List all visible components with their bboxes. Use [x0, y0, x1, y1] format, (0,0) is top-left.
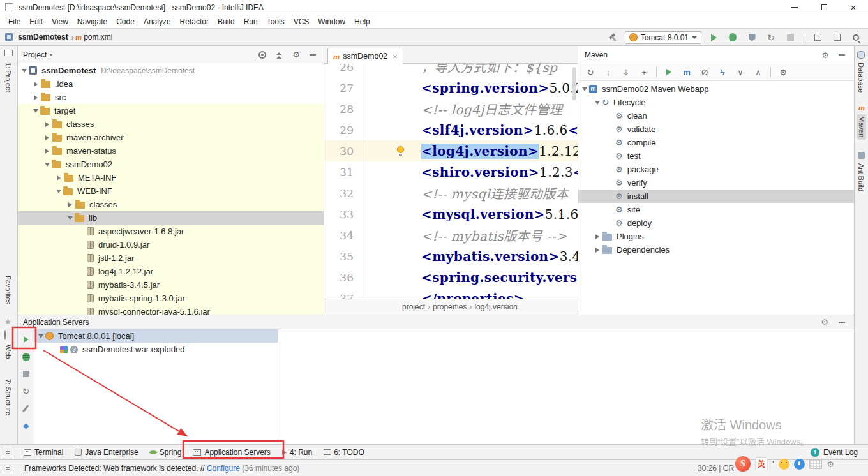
project-tree-row-mybatis-spring-1-3-0-jar[interactable]: mybatis-spring-1.3.0.jar	[18, 292, 324, 305]
favorites-star-icon[interactable]: ★	[4, 318, 11, 325]
tool-window-monitor-icon[interactable]	[4, 50, 13, 56]
editor-tab-ssmdemo02[interactable]: m ssmDemo02 ×	[327, 48, 403, 64]
download-documentation-button[interactable]: ⇓	[619, 65, 633, 79]
project-tree-row-classes[interactable]: classes	[18, 117, 324, 131]
minimize-button[interactable]	[780, 0, 809, 15]
menu-item-edit[interactable]: Edit	[25, 15, 47, 28]
maven-tree-row-deploy[interactable]: ⚙deploy	[578, 216, 854, 230]
maven-tree-row-install[interactable]: ⚙install	[578, 190, 854, 203]
project-tree-row-ssmdemo02[interactable]: ssmDemo02	[18, 158, 324, 171]
app-server-tree-row-tomcat-8-0-01-local[interactable]: Tomcat 8.0.01 [local]	[34, 329, 278, 343]
chevron-down-icon[interactable]	[56, 190, 61, 193]
tool-window-button-web[interactable]: Web	[4, 345, 12, 359]
add-maven-projects-button[interactable]: +	[637, 65, 651, 79]
toolbar-project-name[interactable]: ssmDemotest	[18, 33, 68, 41]
update-application-button[interactable]: ↻	[764, 31, 778, 45]
deploy-artifact-button[interactable]: ◆	[20, 419, 33, 432]
project-tree-row-web-inf[interactable]: WEB-INF	[18, 184, 324, 198]
ime-language-icon[interactable]: 英	[755, 457, 768, 470]
maven-tree-row-clean[interactable]: ⚙clean	[578, 109, 854, 123]
project-tree-row-maven-archiver[interactable]: maven-archiver	[18, 131, 324, 144]
tool-window-button-favorites[interactable]: Favorites	[4, 276, 12, 304]
chevron-right-icon[interactable]	[34, 95, 38, 100]
app-server-tree-row-ssmdemotest-war-exploded[interactable]: ?ssmDemotest:war exploded	[34, 343, 278, 356]
skip-tests-button[interactable]: Ø	[698, 65, 712, 79]
project-tree-row-idea[interactable]: .idea	[18, 77, 324, 91]
stop-button[interactable]	[783, 31, 797, 45]
run-configuration-select[interactable]: Tomcat 8.0.01	[625, 31, 701, 44]
database-icon[interactable]	[857, 51, 865, 59]
maven-tree-row-test[interactable]: ⚙test	[578, 149, 854, 163]
breadcrumb-log4j-version[interactable]: log4j.version	[474, 302, 517, 311]
tool-window-button-structure[interactable]: 7: Structure	[4, 379, 12, 415]
tool-tab-spring[interactable]: Spring	[144, 445, 188, 459]
tool-tab-terminal[interactable]: Terminal	[18, 445, 69, 459]
run-button[interactable]	[707, 31, 721, 45]
maven-settings-button[interactable]: ⚙	[776, 65, 790, 79]
locate-file-icon[interactable]	[258, 51, 266, 59]
chevron-right-icon[interactable]	[68, 202, 72, 207]
menu-item-build[interactable]: Build	[213, 15, 239, 28]
emoji-icon[interactable]	[779, 459, 789, 470]
keyboard-icon[interactable]	[809, 459, 822, 469]
collapse-all-icon[interactable]	[276, 51, 283, 58]
close-icon[interactable]: ×	[393, 52, 398, 61]
ime-punctuation-icon[interactable]: '	[772, 459, 774, 469]
hide-panel-icon[interactable]	[839, 54, 845, 56]
edit-configuration-button[interactable]	[20, 402, 33, 415]
menu-item-run[interactable]: Run	[239, 15, 262, 28]
collapse-all-button[interactable]: ∧	[751, 65, 765, 79]
maven-tree-row-site[interactable]: ⚙site	[578, 203, 854, 216]
chevron-down-icon[interactable]	[49, 54, 53, 56]
tool-window-switcher-icon[interactable]	[4, 449, 11, 456]
gear-icon[interactable]: ⚙	[292, 50, 300, 59]
project-tree-row-aspectjweaver-1-6-8-jar[interactable]: aspectjweaver-1.6.8.jar	[18, 225, 324, 238]
expand-all-button[interactable]: ∨	[733, 65, 747, 79]
tool-tab-java-enterprise[interactable]: Java Enterprise	[69, 445, 144, 459]
project-tree-row-classes[interactable]: classes	[18, 198, 324, 211]
scrollbar-thumb[interactable]	[572, 67, 576, 100]
project-tree-row-jstl-1-2-jar[interactable]: jstl-1.2.jar	[18, 251, 324, 265]
menu-item-vcs[interactable]: VCS	[289, 15, 314, 28]
tool-tab-application-servers[interactable]: Application Servers	[187, 445, 276, 459]
tool-window-button-database[interactable]: Database	[857, 63, 865, 93]
menu-item-tools[interactable]: Tools	[262, 15, 289, 28]
gear-icon[interactable]: ⚙	[821, 51, 829, 59]
breadcrumb-properties[interactable]: properties	[433, 302, 467, 311]
maven-stripe-icon[interactable]: m	[858, 103, 865, 112]
caret-position-widget[interactable]: 30:26 | CR	[698, 464, 734, 473]
restore-layout-button[interactable]	[830, 31, 844, 45]
toolbar-file-name[interactable]: pom.xml	[84, 33, 112, 41]
intention-bulb-icon[interactable]	[397, 146, 404, 153]
maven-tree-row-compile[interactable]: ⚙compile	[578, 136, 854, 149]
microphone-icon[interactable]	[794, 459, 805, 470]
gear-icon[interactable]: ⚙	[821, 318, 828, 326]
chevron-down-icon[interactable]	[22, 69, 27, 73]
project-tree-row-meta-inf[interactable]: META-INF	[18, 171, 324, 184]
maven-tree-row-ssmdemo02-maven-webapp[interactable]: mssmDemo02 Maven Webapp	[578, 82, 854, 96]
chevron-right-icon[interactable]	[45, 135, 49, 140]
menu-item-window[interactable]: Window	[313, 15, 350, 28]
build-project-button[interactable]	[606, 31, 620, 45]
debug-button[interactable]	[726, 31, 740, 45]
run-maven-build-button[interactable]	[662, 65, 676, 79]
project-tree-row-druid-1-0-9-jar[interactable]: druid-1.0.9.jar	[18, 238, 324, 251]
toggle-offline-button[interactable]: ϟ	[715, 65, 730, 79]
tool-tab-6-todo[interactable]: 6: TODO	[318, 445, 370, 459]
chevron-down-icon[interactable]	[595, 101, 600, 105]
chevron-right-icon[interactable]	[595, 248, 599, 253]
project-tree-row-maven-status[interactable]: maven-status	[18, 144, 324, 158]
server-debug-button[interactable]	[20, 350, 33, 363]
chevron-down-icon[interactable]	[582, 87, 587, 91]
server-stop-button[interactable]	[20, 368, 33, 380]
web-globe-icon[interactable]	[4, 330, 6, 340]
chevron-down-icon[interactable]	[68, 216, 73, 220]
maximize-button[interactable]	[809, 0, 839, 15]
hide-panel-icon[interactable]	[310, 54, 316, 56]
tool-window-button-project[interactable]: 1: Project	[4, 63, 12, 92]
menu-item-code[interactable]: Code	[112, 15, 139, 28]
project-tree-row-mysql-connector-java-5-1-6-jar[interactable]: mysql-connector-java-5.1.6.jar	[18, 305, 324, 315]
project-structure-button[interactable]	[811, 31, 825, 45]
menu-item-help[interactable]: Help	[350, 15, 375, 28]
close-button[interactable]: ×	[839, 0, 868, 15]
